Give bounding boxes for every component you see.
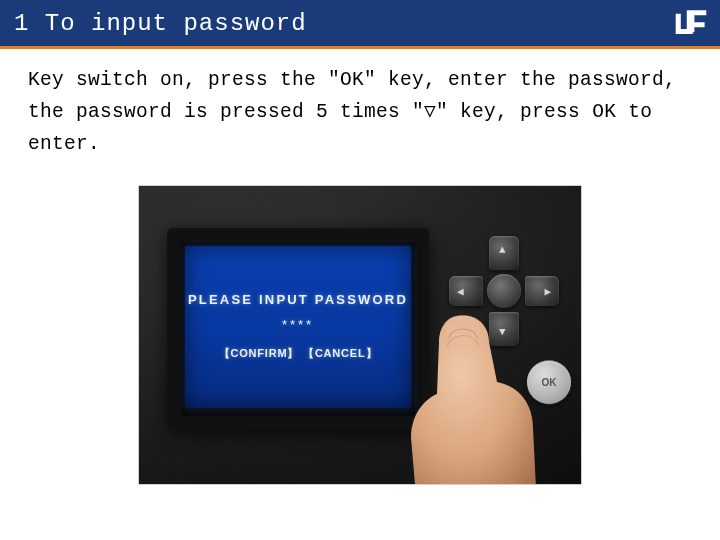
- slide-title: 1 To input password: [14, 10, 307, 37]
- device-screen-bezel: PLEASE INPUT PASSWORD **** 【CONFIRM】 【CA…: [167, 228, 429, 430]
- instruction-text: Key switch on, press the "OK" key, enter…: [0, 46, 720, 161]
- dpad-left-button[interactable]: ◀: [449, 276, 483, 306]
- dpad-up-button[interactable]: ▲: [489, 236, 519, 270]
- screen-prompt: PLEASE INPUT PASSWORD: [188, 292, 408, 307]
- slide-header: 1 To input password: [0, 0, 720, 46]
- screen-options: 【CONFIRM】 【CANCEL】: [219, 346, 378, 361]
- up-arrow-icon: ▲: [499, 244, 506, 256]
- device-screen: PLEASE INPUT PASSWORD **** 【CONFIRM】 【CA…: [185, 246, 411, 408]
- brand-logo-icon: [674, 8, 708, 38]
- down-arrow-icon: ▼: [499, 326, 506, 338]
- ok-button-label: OK: [541, 376, 556, 387]
- dpad: ▲ ▼ ◀ ▶: [449, 236, 559, 346]
- dpad-down-button[interactable]: ▼: [489, 312, 519, 346]
- dpad-center-button[interactable]: [487, 274, 521, 308]
- right-arrow-icon: ▶: [544, 285, 551, 298]
- photo-container: PLEASE INPUT PASSWORD **** 【CONFIRM】 【CA…: [0, 185, 720, 485]
- screen-password-dots: ****: [282, 317, 314, 332]
- screen-cancel-label: 【CANCEL】: [303, 347, 377, 359]
- dpad-right-button[interactable]: ▶: [525, 276, 559, 306]
- left-arrow-icon: ◀: [457, 285, 464, 298]
- device-photo: PLEASE INPUT PASSWORD **** 【CONFIRM】 【CA…: [138, 185, 582, 485]
- screen-confirm-label: 【CONFIRM】: [219, 347, 300, 359]
- ok-button[interactable]: OK: [527, 360, 572, 404]
